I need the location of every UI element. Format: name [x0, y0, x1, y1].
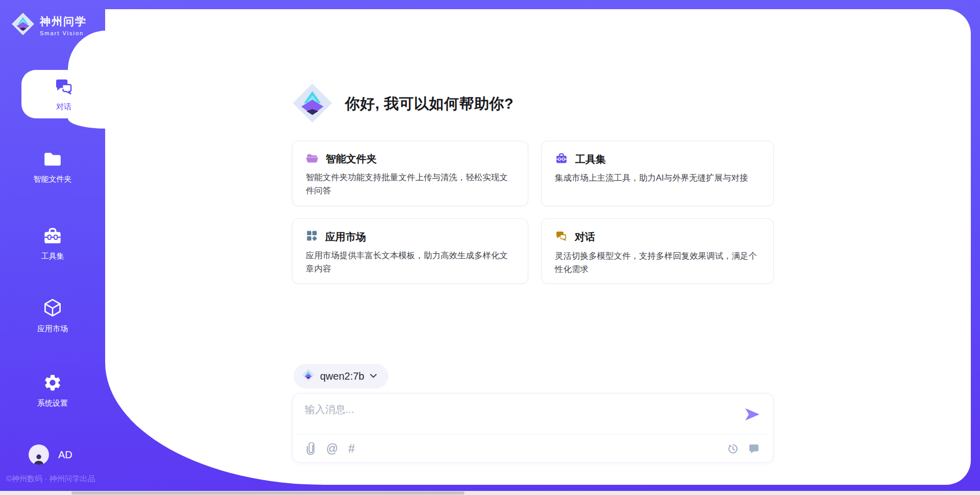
- chat-bubble-filled-icon[interactable]: [748, 443, 760, 454]
- sidebar-item-label: 对话: [56, 102, 71, 112]
- brand-gem-icon: [11, 12, 35, 38]
- sidebar-item-label: 系统设置: [37, 399, 68, 408]
- card-title: 智能文件夹: [326, 152, 377, 166]
- sidebar-item-label: 工具集: [41, 252, 64, 261]
- message-composer: @ #: [292, 393, 774, 463]
- sidebar-item-market[interactable]: 应用市场: [0, 298, 105, 334]
- folder-icon: [42, 150, 63, 170]
- card-chat[interactable]: 对话 灵活切换多模型文件，支持多样回复效果调试，满足个性化需求: [541, 218, 774, 284]
- model-gem-icon: [302, 368, 315, 384]
- chat-bubbles-icon: [54, 77, 74, 98]
- toolbox-icon: [42, 226, 63, 247]
- sidebar-item-tools[interactable]: 工具集: [0, 226, 105, 261]
- greeting-text: 你好, 我可以如何帮助你?: [345, 94, 513, 114]
- at-icon[interactable]: @: [326, 443, 338, 455]
- gear-icon: [43, 373, 62, 394]
- user-account[interactable]: AD: [29, 444, 72, 465]
- greeting-gem-icon: [292, 83, 333, 126]
- app-logo: 神州问学 Smart Vision: [11, 12, 87, 38]
- avatar: [29, 444, 49, 465]
- paperclip-icon[interactable]: [306, 442, 316, 455]
- active-tab-flare-bottom: [68, 118, 106, 129]
- chevron-down-icon: [370, 372, 377, 381]
- user-initials: AD: [58, 449, 72, 461]
- model-selector[interactable]: qwen2:7b: [293, 364, 388, 388]
- card-title: 应用市场: [325, 230, 366, 244]
- horizontal-scrollbar[interactable]: [0, 491, 980, 495]
- card-app-market[interactable]: 应用市场 应用市场提供丰富长文本模板，助力高效生成多样化文章内容: [292, 218, 528, 284]
- card-title: 工具集: [575, 153, 606, 166]
- cube-icon: [42, 298, 63, 319]
- history-icon[interactable]: [726, 442, 739, 455]
- card-toolset[interactable]: 工具集 集成市场上主流工具，助力AI与外界无缝扩展与对接: [541, 141, 774, 206]
- app-subtitle: Smart Vision: [40, 30, 87, 36]
- sidebar-item-label: 应用市场: [37, 324, 68, 334]
- card-description: 智能文件夹功能支持批量文件上传与清洗，轻松实现文件问答: [306, 171, 514, 197]
- card-smart-folder[interactable]: 智能文件夹 智能文件夹功能支持批量文件上传与清洗，轻松实现文件问答: [292, 141, 528, 206]
- app-grid-icon: [306, 230, 318, 244]
- chat-bubbles-icon: [555, 230, 568, 244]
- scrollbar-thumb[interactable]: [71, 491, 464, 494]
- sidebar-item-chat[interactable]: 对话: [21, 70, 106, 118]
- card-title: 对话: [575, 230, 595, 244]
- greeting: 你好, 我可以如何帮助你?: [292, 83, 513, 126]
- sidebar-item-label: 智能文件夹: [34, 175, 72, 184]
- sidebar-item-folders[interactable]: 智能文件夹: [0, 150, 105, 184]
- card-description: 灵活切换多模型文件，支持多样回复效果调试，满足个性化需求: [555, 250, 760, 276]
- message-input[interactable]: [305, 403, 723, 429]
- copyright-footer: ©神州数码 · 神州问学出品: [6, 474, 95, 484]
- open-folder-icon: [306, 153, 318, 166]
- card-description: 应用市场提供丰富长文本模板，助力高效生成多样化文章内容: [306, 249, 514, 275]
- main-panel: 你好, 我可以如何帮助你? 智能文件夹 智能文件夹功能支持批量文件上传与清洗，轻…: [105, 9, 971, 485]
- app-name: 神州问学: [40, 14, 87, 29]
- hash-icon[interactable]: #: [348, 443, 355, 455]
- send-icon[interactable]: [744, 407, 761, 422]
- card-description: 集成市场上主流工具，助力AI与外界无缝扩展与对接: [555, 171, 760, 185]
- feature-cards: 智能文件夹 智能文件夹功能支持批量文件上传与清洗，轻松实现文件问答 工具集 集成…: [292, 141, 774, 284]
- sidebar: 神州问学 Smart Vision 对话 智能文件夹: [0, 0, 105, 495]
- toolbox-icon: [555, 152, 568, 166]
- model-name: qwen2:7b: [320, 370, 364, 382]
- sidebar-item-settings[interactable]: 系统设置: [0, 373, 105, 408]
